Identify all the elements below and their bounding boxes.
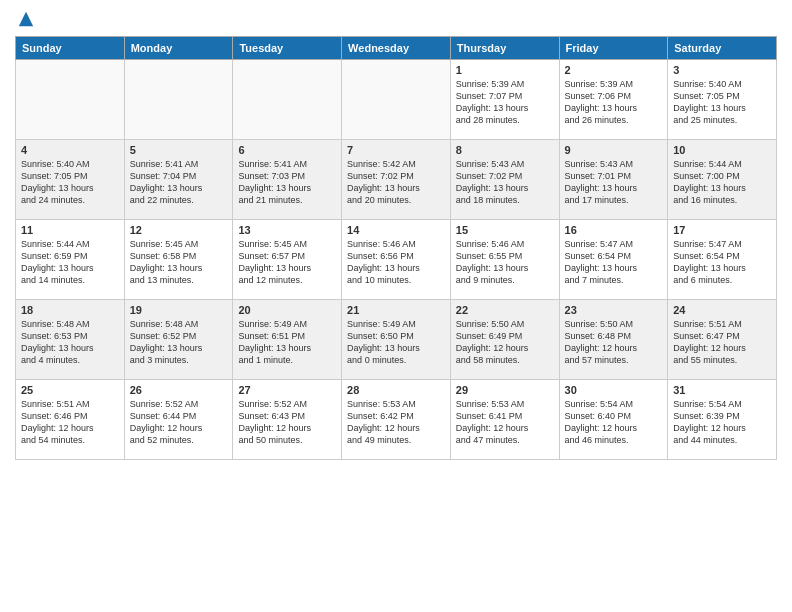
day-info: Sunrise: 5:40 AMSunset: 7:05 PMDaylight:… <box>673 78 771 127</box>
calendar-cell: 24Sunrise: 5:51 AMSunset: 6:47 PMDayligh… <box>668 300 777 380</box>
day-info: Sunrise: 5:50 AMSunset: 6:49 PMDaylight:… <box>456 318 554 367</box>
calendar-cell: 17Sunrise: 5:47 AMSunset: 6:54 PMDayligh… <box>668 220 777 300</box>
day-info: Sunrise: 5:49 AMSunset: 6:51 PMDaylight:… <box>238 318 336 367</box>
calendar-cell: 4Sunrise: 5:40 AMSunset: 7:05 PMDaylight… <box>16 140 125 220</box>
calendar-cell: 26Sunrise: 5:52 AMSunset: 6:44 PMDayligh… <box>124 380 233 460</box>
calendar-cell: 1Sunrise: 5:39 AMSunset: 7:07 PMDaylight… <box>450 60 559 140</box>
day-number: 16 <box>565 224 663 236</box>
header <box>15 10 777 28</box>
day-number: 13 <box>238 224 336 236</box>
calendar-cell: 12Sunrise: 5:45 AMSunset: 6:58 PMDayligh… <box>124 220 233 300</box>
day-info: Sunrise: 5:48 AMSunset: 6:53 PMDaylight:… <box>21 318 119 367</box>
calendar-cell: 29Sunrise: 5:53 AMSunset: 6:41 PMDayligh… <box>450 380 559 460</box>
day-info: Sunrise: 5:52 AMSunset: 6:44 PMDaylight:… <box>130 398 228 447</box>
calendar-cell: 7Sunrise: 5:42 AMSunset: 7:02 PMDaylight… <box>342 140 451 220</box>
calendar-cell: 10Sunrise: 5:44 AMSunset: 7:00 PMDayligh… <box>668 140 777 220</box>
calendar-cell: 2Sunrise: 5:39 AMSunset: 7:06 PMDaylight… <box>559 60 668 140</box>
day-info: Sunrise: 5:40 AMSunset: 7:05 PMDaylight:… <box>21 158 119 207</box>
day-number: 7 <box>347 144 445 156</box>
day-number: 19 <box>130 304 228 316</box>
day-number: 3 <box>673 64 771 76</box>
calendar-cell: 28Sunrise: 5:53 AMSunset: 6:42 PMDayligh… <box>342 380 451 460</box>
day-number: 2 <box>565 64 663 76</box>
day-info: Sunrise: 5:47 AMSunset: 6:54 PMDaylight:… <box>565 238 663 287</box>
day-info: Sunrise: 5:42 AMSunset: 7:02 PMDaylight:… <box>347 158 445 207</box>
calendar-cell: 9Sunrise: 5:43 AMSunset: 7:01 PMDaylight… <box>559 140 668 220</box>
calendar-cell <box>16 60 125 140</box>
day-number: 25 <box>21 384 119 396</box>
weekday-header-saturday: Saturday <box>668 37 777 60</box>
day-info: Sunrise: 5:43 AMSunset: 7:01 PMDaylight:… <box>565 158 663 207</box>
calendar-cell <box>342 60 451 140</box>
weekday-header-friday: Friday <box>559 37 668 60</box>
svg-marker-0 <box>19 12 33 26</box>
calendar-cell: 15Sunrise: 5:46 AMSunset: 6:55 PMDayligh… <box>450 220 559 300</box>
calendar-cell: 18Sunrise: 5:48 AMSunset: 6:53 PMDayligh… <box>16 300 125 380</box>
day-number: 17 <box>673 224 771 236</box>
day-info: Sunrise: 5:46 AMSunset: 6:56 PMDaylight:… <box>347 238 445 287</box>
calendar-cell: 16Sunrise: 5:47 AMSunset: 6:54 PMDayligh… <box>559 220 668 300</box>
weekday-header-sunday: Sunday <box>16 37 125 60</box>
weekday-header-monday: Monday <box>124 37 233 60</box>
day-number: 21 <box>347 304 445 316</box>
calendar-cell: 21Sunrise: 5:49 AMSunset: 6:50 PMDayligh… <box>342 300 451 380</box>
day-info: Sunrise: 5:44 AMSunset: 7:00 PMDaylight:… <box>673 158 771 207</box>
day-info: Sunrise: 5:49 AMSunset: 6:50 PMDaylight:… <box>347 318 445 367</box>
day-info: Sunrise: 5:53 AMSunset: 6:42 PMDaylight:… <box>347 398 445 447</box>
day-number: 15 <box>456 224 554 236</box>
day-info: Sunrise: 5:53 AMSunset: 6:41 PMDaylight:… <box>456 398 554 447</box>
week-row-1: 1Sunrise: 5:39 AMSunset: 7:07 PMDaylight… <box>16 60 777 140</box>
day-number: 4 <box>21 144 119 156</box>
day-info: Sunrise: 5:48 AMSunset: 6:52 PMDaylight:… <box>130 318 228 367</box>
calendar-cell: 6Sunrise: 5:41 AMSunset: 7:03 PMDaylight… <box>233 140 342 220</box>
day-info: Sunrise: 5:51 AMSunset: 6:47 PMDaylight:… <box>673 318 771 367</box>
weekday-header-thursday: Thursday <box>450 37 559 60</box>
day-info: Sunrise: 5:54 AMSunset: 6:39 PMDaylight:… <box>673 398 771 447</box>
calendar-cell: 8Sunrise: 5:43 AMSunset: 7:02 PMDaylight… <box>450 140 559 220</box>
day-info: Sunrise: 5:44 AMSunset: 6:59 PMDaylight:… <box>21 238 119 287</box>
calendar-cell: 23Sunrise: 5:50 AMSunset: 6:48 PMDayligh… <box>559 300 668 380</box>
day-number: 27 <box>238 384 336 396</box>
weekday-header-wednesday: Wednesday <box>342 37 451 60</box>
weekday-header-row: SundayMondayTuesdayWednesdayThursdayFrid… <box>16 37 777 60</box>
day-info: Sunrise: 5:52 AMSunset: 6:43 PMDaylight:… <box>238 398 336 447</box>
day-number: 8 <box>456 144 554 156</box>
week-row-3: 11Sunrise: 5:44 AMSunset: 6:59 PMDayligh… <box>16 220 777 300</box>
day-number: 31 <box>673 384 771 396</box>
day-number: 9 <box>565 144 663 156</box>
day-number: 18 <box>21 304 119 316</box>
calendar-cell: 20Sunrise: 5:49 AMSunset: 6:51 PMDayligh… <box>233 300 342 380</box>
calendar-table: SundayMondayTuesdayWednesdayThursdayFrid… <box>15 36 777 460</box>
day-info: Sunrise: 5:50 AMSunset: 6:48 PMDaylight:… <box>565 318 663 367</box>
calendar-cell <box>124 60 233 140</box>
logo <box>15 10 35 28</box>
day-number: 1 <box>456 64 554 76</box>
calendar-cell: 3Sunrise: 5:40 AMSunset: 7:05 PMDaylight… <box>668 60 777 140</box>
day-number: 6 <box>238 144 336 156</box>
day-info: Sunrise: 5:39 AMSunset: 7:07 PMDaylight:… <box>456 78 554 127</box>
week-row-4: 18Sunrise: 5:48 AMSunset: 6:53 PMDayligh… <box>16 300 777 380</box>
week-row-2: 4Sunrise: 5:40 AMSunset: 7:05 PMDaylight… <box>16 140 777 220</box>
day-number: 24 <box>673 304 771 316</box>
day-info: Sunrise: 5:45 AMSunset: 6:57 PMDaylight:… <box>238 238 336 287</box>
day-info: Sunrise: 5:41 AMSunset: 7:04 PMDaylight:… <box>130 158 228 207</box>
weekday-header-tuesday: Tuesday <box>233 37 342 60</box>
day-number: 30 <box>565 384 663 396</box>
calendar-container: SundayMondayTuesdayWednesdayThursdayFrid… <box>0 0 792 612</box>
calendar-cell: 11Sunrise: 5:44 AMSunset: 6:59 PMDayligh… <box>16 220 125 300</box>
calendar-cell: 19Sunrise: 5:48 AMSunset: 6:52 PMDayligh… <box>124 300 233 380</box>
calendar-cell: 14Sunrise: 5:46 AMSunset: 6:56 PMDayligh… <box>342 220 451 300</box>
day-info: Sunrise: 5:47 AMSunset: 6:54 PMDaylight:… <box>673 238 771 287</box>
calendar-cell: 27Sunrise: 5:52 AMSunset: 6:43 PMDayligh… <box>233 380 342 460</box>
calendar-cell: 30Sunrise: 5:54 AMSunset: 6:40 PMDayligh… <box>559 380 668 460</box>
calendar-cell: 22Sunrise: 5:50 AMSunset: 6:49 PMDayligh… <box>450 300 559 380</box>
calendar-cell <box>233 60 342 140</box>
day-info: Sunrise: 5:54 AMSunset: 6:40 PMDaylight:… <box>565 398 663 447</box>
day-number: 23 <box>565 304 663 316</box>
day-number: 11 <box>21 224 119 236</box>
day-number: 22 <box>456 304 554 316</box>
day-info: Sunrise: 5:43 AMSunset: 7:02 PMDaylight:… <box>456 158 554 207</box>
day-number: 5 <box>130 144 228 156</box>
day-info: Sunrise: 5:45 AMSunset: 6:58 PMDaylight:… <box>130 238 228 287</box>
day-number: 28 <box>347 384 445 396</box>
